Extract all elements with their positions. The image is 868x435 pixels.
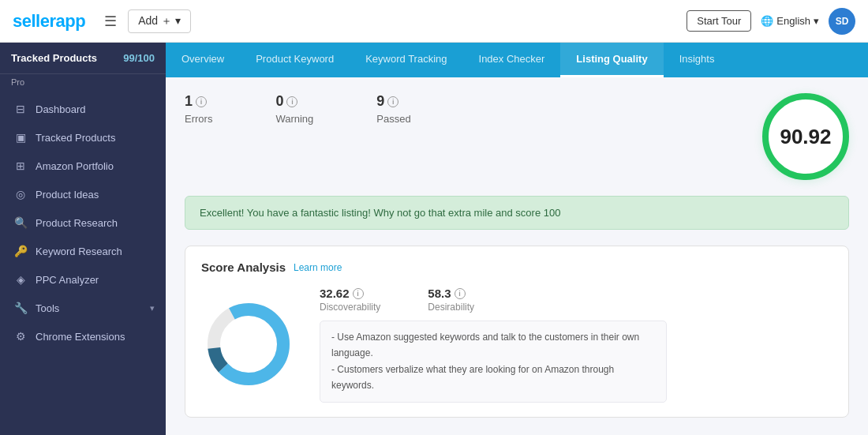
tab-product-keyword[interactable]: Product Keyword	[240, 43, 350, 77]
sidebar-label-chrome-extensions: Chrome Extensions	[36, 331, 125, 343]
donut-chart	[201, 297, 296, 392]
tab-insights[interactable]: Insights	[664, 43, 731, 77]
sidebar-label-amazon-portfolio: Amazon Portfolio	[36, 160, 114, 172]
header-right: Start Tour 🌐 English ▾ SD	[687, 8, 855, 35]
tracked-products-count: 99/100	[123, 52, 155, 64]
warning-value-row: 0 i	[275, 93, 313, 110]
avatar[interactable]: SD	[829, 8, 855, 35]
warning-label: Warning	[275, 113, 313, 125]
sidebar-item-dashboard[interactable]: ⊟ Dashboard	[0, 95, 166, 123]
sidebar-label-tools: Tools	[36, 302, 59, 314]
score-circle: 90.92	[762, 93, 849, 180]
sidebar-item-product-research[interactable]: 🔍 Product Research	[0, 208, 166, 237]
discoverability-value-row: 32.62 i	[320, 287, 380, 300]
tab-keyword-tracking[interactable]: Keyword Tracking	[350, 43, 462, 77]
language-label: English	[776, 15, 810, 27]
sidebar-item-chrome-extensions[interactable]: ⚙ Chrome Extensions	[0, 322, 166, 351]
tracked-products-title: Tracked Products	[11, 52, 97, 64]
dashboard-icon: ⊟	[13, 103, 28, 115]
score-card-header: Score Analysis Learn more	[201, 261, 832, 274]
header: sellerapp ☰ Add ＋ ▾ Start Tour 🌐 English…	[0, 0, 868, 43]
sidebar-label-dashboard: Dashboard	[36, 103, 86, 115]
metrics-section: 32.62 i Discoverability 58.3 i De	[320, 287, 832, 403]
sidebar-label-product-research: Product Research	[36, 217, 118, 229]
sidebar-item-tracked-products[interactable]: ▣ Tracked Products	[0, 123, 166, 152]
tracked-products-icon: ▣	[13, 131, 28, 144]
errors-info-icon[interactable]: i	[196, 96, 207, 107]
sidebar-item-ppc-analyzer[interactable]: ◈ PPC Analyzer	[0, 265, 166, 294]
add-button[interactable]: Add ＋ ▾	[128, 9, 191, 33]
logo-seller: seller	[13, 11, 56, 31]
stat-passed: 9 i Passed	[376, 93, 410, 125]
tab-insights-label: Insights	[679, 53, 715, 65]
tab-index-checker[interactable]: Index Checker	[463, 43, 561, 77]
tab-index-checker-label: Index Checker	[479, 53, 545, 65]
suggestion-1: - Use Amazon suggested keywords and talk…	[331, 329, 655, 362]
product-research-icon: 🔍	[13, 216, 28, 229]
chrome-extensions-icon: ⚙	[13, 330, 28, 343]
language-selector[interactable]: 🌐 English ▾	[761, 15, 819, 27]
learn-more-link[interactable]: Learn more	[294, 262, 342, 273]
desirability-info-icon[interactable]: i	[455, 288, 466, 299]
score-metrics-row: 32.62 i Discoverability 58.3 i De	[320, 287, 832, 313]
sidebar-item-tools[interactable]: 🔧 Tools ▾	[0, 294, 166, 322]
logo: sellerapp	[13, 11, 85, 32]
pro-badge: Pro	[0, 74, 166, 92]
tab-keyword-tracking-label: Keyword Tracking	[365, 53, 447, 65]
keyword-research-icon: 🔑	[13, 245, 28, 257]
sidebar-header: Tracked Products 99/100	[0, 43, 166, 74]
score-card-title: Score Analysis	[201, 261, 286, 274]
amazon-portfolio-icon: ⊞	[13, 159, 28, 172]
tab-overview[interactable]: Overview	[166, 43, 240, 77]
score-card-body: 32.62 i Discoverability 58.3 i De	[201, 287, 832, 403]
discoverability-label: Discoverability	[320, 302, 380, 313]
sidebar-label-ppc-analyzer: PPC Analyzer	[36, 274, 99, 286]
stat-warning: 0 i Warning	[275, 93, 313, 125]
menu-icon[interactable]: ☰	[104, 13, 117, 30]
sidebar-label-tracked-products: Tracked Products	[36, 132, 115, 144]
passed-value: 9	[376, 93, 384, 110]
warning-info-icon[interactable]: i	[286, 96, 297, 107]
ppc-analyzer-icon: ◈	[13, 273, 28, 286]
main: Overview Product Keyword Keyword Trackin…	[166, 43, 868, 435]
stat-errors: 1 i Errors	[185, 93, 212, 125]
discoverability-value: 32.62	[320, 287, 350, 300]
errors-value-row: 1 i	[185, 93, 212, 110]
tab-listing-quality-label: Listing Quality	[576, 53, 647, 65]
tracked-products-row: Tracked Products 99/100	[11, 52, 155, 64]
logo-app: app	[56, 11, 86, 31]
sidebar-label-product-ideas: Product Ideas	[36, 189, 99, 201]
tab-listing-quality[interactable]: Listing Quality	[560, 43, 663, 77]
tabs-bar: Overview Product Keyword Keyword Trackin…	[166, 43, 868, 77]
tools-icon: 🔧	[13, 302, 28, 314]
discoverability-info-icon[interactable]: i	[353, 288, 364, 299]
tools-chevron-icon: ▾	[150, 303, 155, 313]
alert-message: Excellent! You have a fantastic listing!…	[200, 207, 560, 219]
content-area: 1 i Errors 0 i Warning 9 i	[166, 77, 868, 435]
sidebar-label-keyword-research: Keyword Research	[36, 246, 122, 257]
passed-info-icon[interactable]: i	[387, 96, 398, 107]
metric-desirability: 58.3 i Desirability	[428, 287, 474, 313]
errors-value: 1	[185, 93, 193, 110]
desirability-value: 58.3	[428, 287, 451, 300]
stats-row: 1 i Errors 0 i Warning 9 i	[185, 93, 849, 180]
sidebar: Tracked Products 99/100 Pro ⊟ Dashboard …	[0, 43, 166, 435]
suggestions-box: - Use Amazon suggested keywords and talk…	[320, 321, 667, 403]
score-analysis-card: Score Analysis Learn more	[185, 246, 849, 418]
sidebar-item-amazon-portfolio[interactable]: ⊞ Amazon Portfolio	[0, 152, 166, 180]
warning-value: 0	[275, 93, 283, 110]
sidebar-item-product-ideas[interactable]: ◎ Product Ideas	[0, 180, 166, 208]
tab-product-keyword-label: Product Keyword	[256, 53, 334, 65]
metric-discoverability: 32.62 i Discoverability	[320, 287, 380, 313]
errors-label: Errors	[185, 113, 212, 125]
desirability-value-row: 58.3 i	[428, 287, 474, 300]
passed-label: Passed	[376, 113, 410, 125]
layout: Tracked Products 99/100 Pro ⊟ Dashboard …	[0, 43, 868, 435]
start-tour-button[interactable]: Start Tour	[687, 10, 751, 32]
suggestion-2: - Customers verbalize what they are look…	[331, 362, 655, 394]
sidebar-item-keyword-research[interactable]: 🔑 Keyword Research	[0, 237, 166, 265]
desirability-label: Desirability	[428, 302, 474, 313]
chevron-down-icon: ▾	[814, 15, 819, 27]
tab-overview-label: Overview	[181, 53, 224, 65]
alert-box: Excellent! You have a fantastic listing!…	[185, 196, 849, 230]
